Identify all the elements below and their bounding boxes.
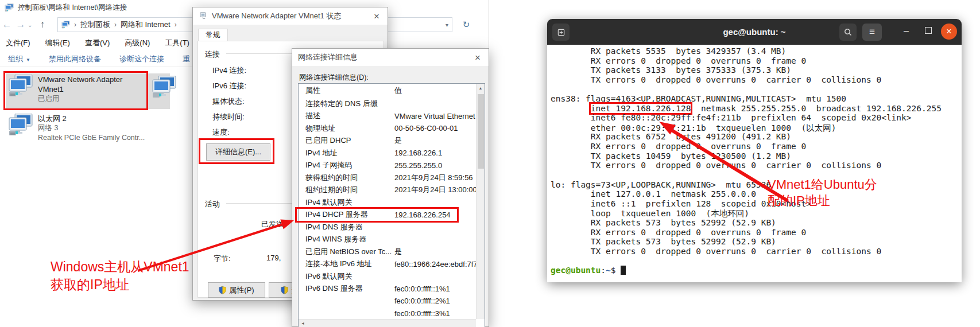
details-row[interactable]: 已启用 DHCP是 <box>299 135 476 147</box>
adapter-item-ethernet2[interactable]: 以太网 2 网络 3 Realtek PCIe GbE Family Contr… <box>8 114 157 143</box>
column-property: 属性 <box>299 85 394 96</box>
details-row[interactable]: IPv4 地址192.168.226.1 <box>299 147 476 159</box>
menu-item[interactable]: 高级(N) <box>125 38 150 48</box>
terminal-line: RX errors 0 dropped 0 overruns 0 frame 0 <box>551 56 962 66</box>
adapter-name: VMware Network Adapter VMnet1 <box>38 75 140 94</box>
terminal-line: inet6 fe80::20c:29ff:fe4f:211b prefixlen… <box>551 113 962 123</box>
network-adapter-icon <box>8 75 33 98</box>
terminal-title: gec@ubuntu: ~ <box>547 19 962 45</box>
history-dropdown-icon[interactable]: ⌄ <box>28 22 36 28</box>
terminal-line: TX packets 3133 bytes 375333 (375.3 KB) <box>551 65 962 75</box>
details-row[interactable]: IPv4 DHCP 服务器192.168.226.254 <box>299 209 476 221</box>
details-row[interactable]: 连接-本地 IPv6 地址fe80::1966:24ee:ebdf:7f76%6 <box>299 258 476 271</box>
connection-label: IPv4 连接: <box>212 65 246 76</box>
terminal-line: TX errors 0 dropped 0 overruns 0 carrier… <box>551 247 962 256</box>
terminal-line: RX packets 573 bytes 52992 (52.9 KB) <box>551 218 962 228</box>
dialog-title: VMware Network Adapter VMnet1 状态 <box>212 11 341 21</box>
terminal-line: TX packets 10459 bytes 1230500 (1.2 MB) <box>551 151 962 161</box>
terminal-line: TX errors 0 dropped 0 overruns 0 carrier… <box>551 75 962 85</box>
menu-item[interactable]: 编辑(E) <box>45 38 70 48</box>
connection-label: 速度: <box>212 127 230 138</box>
details-row[interactable]: 连接特定的 DNS 后缀 <box>299 98 476 110</box>
refresh-icon[interactable]: ↻ <box>457 17 475 32</box>
dialog-titlebar[interactable]: VMware Network Adapter VMnet1 状态 × <box>193 7 388 25</box>
new-tab-button[interactable] <box>552 24 570 41</box>
hamburger-menu-button[interactable]: ≡ <box>862 24 882 41</box>
details-row[interactable]: IPv4 子网掩码255.255.255.0 <box>299 159 476 172</box>
minimize-button[interactable]: – <box>904 26 909 36</box>
terminal-line: inet 192.168.226.128 netmask 255.255.255… <box>551 104 962 114</box>
search-icon <box>843 28 853 37</box>
menu-item[interactable]: 查看(V) <box>85 38 110 48</box>
adapter-device: Realtek PCIe GbE Family Contr... <box>38 133 153 143</box>
details-row[interactable]: IPv4 WINS 服务器 <box>299 233 476 246</box>
terminal-window: gec@ubuntu: ~ ≡ – × RX packets 5535 byte… <box>547 19 962 282</box>
forward-icon[interactable]: → <box>14 19 28 30</box>
menu-item[interactable]: 文件(F) <box>6 38 30 48</box>
scroll-up-icon[interactable]: ▲ <box>477 84 485 90</box>
details-row[interactable]: 物理地址00-50-56-C0-00-01 <box>299 122 476 135</box>
connection-label: 持续时间: <box>212 112 245 122</box>
details-row[interactable]: IPv4 默认网关 <box>299 196 476 209</box>
network-adapter-icon <box>5 3 14 12</box>
adapter-status: 已启用 <box>38 94 140 104</box>
maximize-button[interactable] <box>925 27 932 34</box>
connection-label: 媒体状态: <box>212 96 245 107</box>
breadcrumb-control-panel[interactable]: 控制面板 <box>80 20 110 30</box>
chevron-down-icon: ▼ <box>26 57 30 63</box>
adapter-network: 网络 3 <box>38 123 153 133</box>
column-value: 值 <box>394 85 476 96</box>
uac-shield-icon <box>281 286 288 294</box>
up-icon[interactable]: ↑ <box>36 19 49 30</box>
close-icon[interactable]: × <box>472 53 483 63</box>
details-row[interactable]: IPv4 DNS 服务器 <box>299 221 476 233</box>
search-button[interactable] <box>839 24 857 41</box>
tab-strip: 常规 <box>193 25 388 41</box>
terminal-titlebar[interactable]: gec@ubuntu: ~ ≡ – × <box>547 19 962 45</box>
scrollbar-thumb[interactable] <box>478 94 484 169</box>
close-button[interactable]: × <box>941 24 957 40</box>
menu-item[interactable]: 工具(T) <box>165 38 189 48</box>
network-adapter-icon <box>8 114 33 137</box>
adapter-item-vmnet1[interactable]: VMware Network Adapter VMnet1 已启用 <box>8 75 146 104</box>
details-row[interactable]: fec0:0:0:ffff::3%1 <box>299 307 476 320</box>
properties-button[interactable]: 属性(P) <box>208 282 265 298</box>
details-row[interactable]: 获得租约的时间2021年9月24日 8:59:56 <box>299 172 476 184</box>
terminal-line: loop txqueuelen 1000 (本地环回) <box>551 208 962 218</box>
toolbar-item[interactable]: 重 <box>183 54 190 64</box>
annotation-windows-host-ip: Windows主机从VMnet1 获取的IP地址 <box>51 258 189 294</box>
toolbar-item[interactable]: 诊断这个连接 <box>119 54 164 64</box>
dialog-titlebar[interactable]: 网络连接详细信息 × <box>292 49 489 66</box>
back-icon[interactable]: ← <box>0 19 14 30</box>
details-row[interactable]: 租约过期的时间2021年9月24日 13:00:00 <box>299 184 476 197</box>
details-row[interactable]: IPv6 默认网关 <box>299 270 476 283</box>
terminal-prompt[interactable]: gec@ubuntu:~$ <box>551 266 962 275</box>
terminal-line: RX packets 6752 bytes 491200 (491.2 KB) <box>551 132 962 142</box>
terminal-line: inet6 ::1 prefixlen 128 scopeid 0x10<hos… <box>551 199 962 209</box>
terminal-cursor <box>621 266 626 275</box>
vertical-scrollbar[interactable]: ▲ <box>476 84 485 319</box>
toolbar-item[interactable]: 组织▼ <box>8 54 30 64</box>
scroll-left-icon[interactable]: ◄ <box>299 321 305 325</box>
network-adapter-icon <box>152 76 177 101</box>
adapter-name: 以太网 2 <box>38 114 153 123</box>
details-row[interactable]: 描述VMware Virtual Ethernet Adapter for <box>299 110 476 123</box>
bytes-label: 字节: <box>214 254 231 264</box>
terminal-line <box>551 170 962 180</box>
terminal-line: lo: flags=73<UP,LOOPBACK,RUNNING> mtu 65… <box>551 180 962 190</box>
details-button[interactable]: 详细信息(E)... <box>206 143 270 161</box>
close-icon[interactable]: × <box>371 11 382 21</box>
address-dropdown-icon[interactable]: ▾ <box>446 22 448 28</box>
breadcrumb-network-internet[interactable]: 网络和 Internet <box>121 20 171 30</box>
details-rows: 连接特定的 DNS 后缀描述VMware Virtual Ethernet Ad… <box>299 98 476 319</box>
terminal-output[interactable]: RX packets 5535 bytes 3429357 (3.4 MB) R… <box>547 45 962 282</box>
details-row[interactable]: fec0:0:0:ffff::2%1 <box>299 295 476 307</box>
details-row[interactable]: 已启用 NetBIOS over Tc...是 <box>299 246 476 258</box>
toolbar-item[interactable]: 禁用此网络设备 <box>49 54 101 64</box>
tab-general[interactable]: 常规 <box>198 29 228 41</box>
terminal-line: ens38: flags=4163<UP,BROADCAST,RUNNING,M… <box>551 94 962 104</box>
horizontal-scrollbar[interactable]: ◄ <box>299 319 476 327</box>
details-row[interactable]: IPv6 DNS 服务器fec0:0:0:ffff::1%1 <box>299 283 476 295</box>
sent-label: 已发送 <box>261 219 284 229</box>
connection-label: IPv6 连接: <box>212 81 246 91</box>
